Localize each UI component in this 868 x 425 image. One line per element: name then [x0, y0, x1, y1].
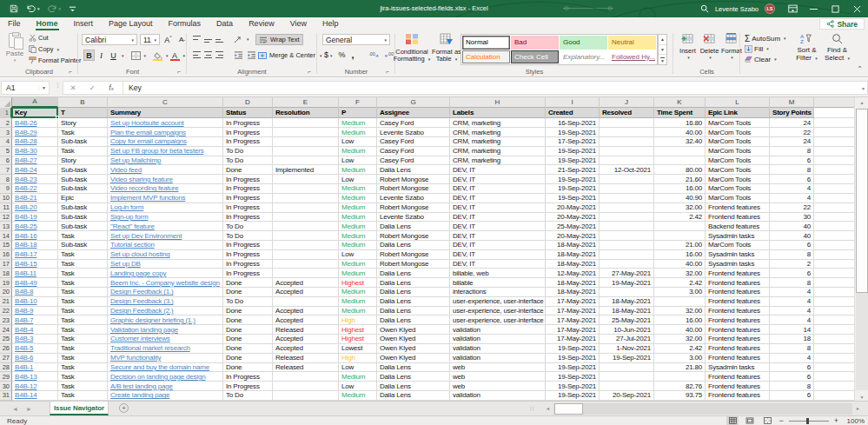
row-header-26[interactable]: 26 — [0, 344, 12, 354]
cell-A11[interactable]: B4B-20 — [12, 203, 58, 213]
cell-L5[interactable]: MarCom Tools — [706, 147, 770, 156]
cell-J3[interactable] — [600, 128, 654, 137]
cell-link[interactable]: Tutorial section — [110, 241, 155, 249]
cell-G22[interactable]: Dalia Lens — [377, 307, 450, 316]
cell-D25[interactable]: Done — [223, 335, 273, 344]
cell-filler[interactable] — [814, 108, 854, 118]
sheet-prev-icon[interactable]: ◄ — [12, 406, 18, 412]
cell-B19[interactable]: Task — [58, 278, 108, 288]
cell-M15[interactable]: 6 — [770, 241, 814, 250]
cell-link[interactable]: B4B-8 — [15, 288, 33, 296]
cell-F12[interactable]: Medium — [339, 213, 377, 222]
page-layout-view-icon[interactable] — [744, 416, 756, 425]
column-header-D[interactable]: D — [223, 97, 273, 108]
cell-E18[interactable] — [273, 269, 339, 278]
cell-A6[interactable]: B4B-27 — [12, 156, 58, 166]
name-box-dropdown-icon[interactable]: ▼ — [38, 85, 49, 90]
cell-C2[interactable]: Set up Hootsuite account — [108, 118, 223, 128]
cell-F15[interactable]: Medium — [339, 241, 377, 250]
column-header-H[interactable]: H — [450, 97, 546, 108]
cell-filler[interactable] — [814, 156, 854, 166]
paste-button[interactable]: Paste ▾ — [3, 32, 27, 67]
vertical-scroll-thumb[interactable] — [856, 109, 868, 293]
fill-color-button[interactable] — [152, 50, 163, 61]
minimize-icon[interactable] — [803, 0, 825, 17]
style-bad[interactable]: Bad — [511, 36, 559, 50]
cell-J17[interactable] — [600, 260, 654, 269]
cell-A18[interactable]: B4B-11 — [12, 269, 58, 278]
cell-link[interactable]: B4B-17 — [15, 250, 36, 258]
cell-C7[interactable]: Video feed — [108, 165, 223, 175]
cell-K2[interactable]: 16.80 — [654, 118, 706, 128]
cell-K15[interactable]: 21.00 — [654, 241, 706, 250]
cell-E15[interactable] — [273, 241, 339, 250]
percent-button[interactable]: % — [339, 50, 346, 59]
cell-F14[interactable]: Medium — [339, 231, 377, 241]
cell-L18[interactable]: Frontend features — [706, 269, 770, 278]
row-header-16[interactable]: 16 — [0, 250, 12, 260]
format-cells-dropdown-icon[interactable]: ▾ — [723, 55, 741, 60]
cell-G24[interactable]: Owen Klyed — [377, 325, 450, 335]
cell-H1[interactable]: Labels — [450, 108, 546, 118]
cell-F22[interactable]: Medium — [339, 307, 377, 316]
cell-A9[interactable]: B4B-22 — [12, 184, 58, 194]
cell-D7[interactable]: Done — [223, 165, 273, 175]
cell-I11[interactable]: 20-May-2021 — [546, 203, 600, 213]
cell-J14[interactable] — [600, 231, 654, 241]
cell-D19[interactable]: Done — [223, 278, 273, 288]
cell-F19[interactable]: Highest — [339, 278, 377, 288]
align-middle-button[interactable] — [203, 34, 213, 44]
cell-D23[interactable]: Done — [223, 315, 273, 325]
cell-E21[interactable] — [273, 297, 339, 307]
cell-A15[interactable]: B4B-18 — [12, 241, 58, 250]
cell-link[interactable]: Create landing page — [110, 391, 169, 399]
vertical-scroll-track[interactable] — [856, 293, 868, 390]
cell-K19[interactable]: 2.42 — [654, 278, 706, 288]
zoom-out-icon[interactable]: − — [779, 416, 783, 425]
cell-K14[interactable] — [654, 231, 706, 241]
orientation-dropdown-icon[interactable]: ▾ — [247, 37, 249, 42]
find-select-button[interactable]: Find &Select ▾ — [823, 33, 851, 63]
cell-I8[interactable]: 19-Sep-2021 — [546, 175, 600, 184]
style-check-cell[interactable]: Check Cell — [511, 50, 559, 64]
column-header-E[interactable]: E — [273, 97, 339, 108]
cell-C15[interactable]: Tutorial section — [108, 241, 223, 250]
cell-H7[interactable]: DEV, IT — [450, 165, 546, 175]
row-header-1[interactable]: 1 — [0, 108, 12, 118]
delete-cells-dropdown-icon[interactable]: ▾ — [701, 55, 719, 60]
cell-K9[interactable]: 16.00 — [654, 184, 706, 194]
increase-decimal-button[interactable]: .00 — [368, 50, 379, 60]
cell-G21[interactable]: Dalia Lens — [377, 297, 450, 307]
cell-F5[interactable]: Medium — [339, 147, 377, 156]
cell-F11[interactable]: Medium — [339, 203, 377, 213]
cell-H14[interactable]: DEV, IT — [450, 231, 546, 241]
cell-B2[interactable]: Story — [58, 118, 108, 128]
cell-M8[interactable]: 6 — [770, 175, 814, 184]
decrease-indent-button[interactable] — [233, 50, 244, 60]
cell-K26[interactable]: 2.42 — [654, 344, 706, 354]
cell-filler[interactable] — [814, 118, 854, 128]
cell-H28[interactable]: web — [450, 363, 546, 373]
cell-B8[interactable]: Sub-task — [58, 175, 108, 184]
search-icon[interactable] — [694, 0, 715, 17]
cell-G9[interactable]: Robert Mongose — [377, 184, 450, 194]
row-header-15[interactable]: 15 — [0, 241, 12, 250]
align-top-button[interactable] — [192, 34, 202, 44]
cell-C10[interactable]: Implement MVP functions — [108, 194, 223, 203]
cell-link[interactable]: B4B-22 — [15, 184, 36, 192]
cell-F13[interactable]: Medium — [339, 222, 377, 231]
user-name[interactable]: Levente Szabo — [715, 5, 759, 13]
cell-link[interactable]: Secure and buy the domain name — [110, 363, 209, 371]
cell-link[interactable]: Set up DB — [110, 260, 141, 268]
cell-A28[interactable]: B4B-1 — [12, 363, 58, 373]
column-header-A[interactable]: A — [12, 97, 58, 108]
normal-view-icon[interactable] — [726, 416, 739, 425]
cell-D27[interactable]: Done — [223, 354, 273, 363]
cell-F31[interactable]: Medium — [339, 391, 377, 401]
cell-I29[interactable]: 19-Sep-2021 — [546, 372, 600, 382]
cell-D9[interactable]: In Progress — [223, 184, 273, 194]
zoom-slider-thumb[interactable] — [806, 418, 809, 424]
clipboard-dialog-launcher-icon[interactable]: ⌐ — [69, 69, 76, 76]
cell-M4[interactable]: 24 — [770, 137, 814, 147]
increase-font-size-button[interactable]: A^ — [162, 34, 174, 45]
